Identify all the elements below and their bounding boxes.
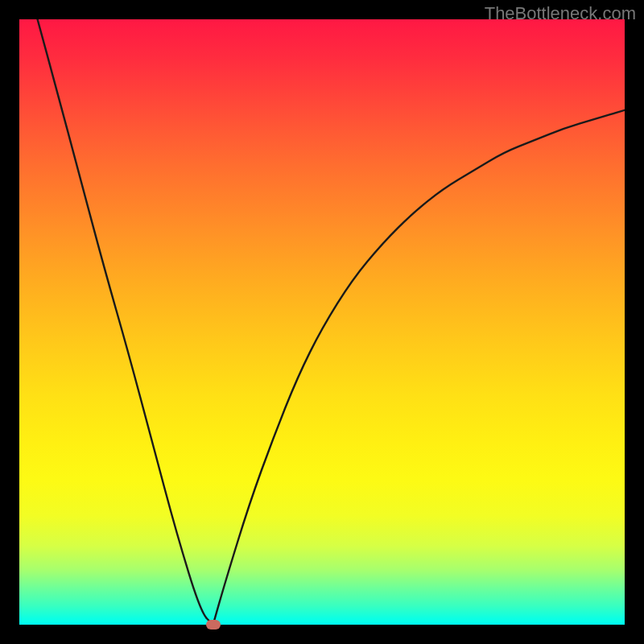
chart-container: TheBottleneck.com — [0, 0, 644, 644]
curve-svg — [19, 19, 625, 625]
plot-area — [19, 19, 625, 625]
watermark-text: TheBottleneck.com — [485, 3, 636, 24]
minimum-marker — [206, 620, 221, 630]
bottleneck-curve — [38, 19, 625, 625]
